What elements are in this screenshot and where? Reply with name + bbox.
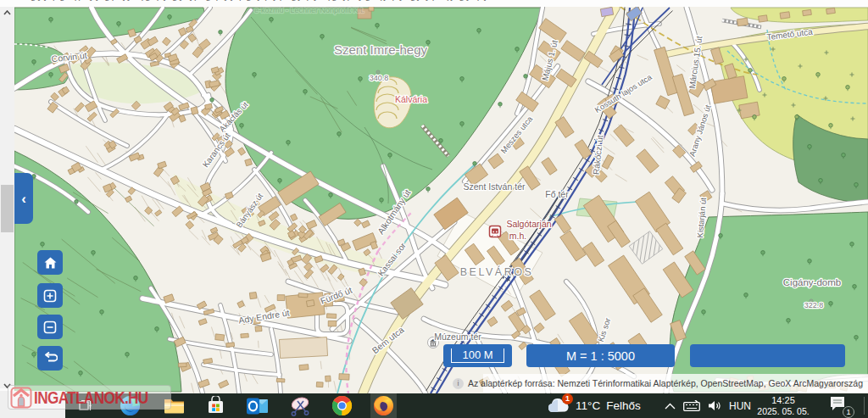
map-label: Fő tér xyxy=(545,189,569,199)
home-button[interactable] xyxy=(37,250,63,275)
chrome-icon xyxy=(331,395,353,416)
map-label: e-közmű - Lechner Nonprofit Kft. xyxy=(254,7,364,14)
taskbar-snipping-button[interactable] xyxy=(287,393,313,418)
taskbar-firefox-button-active[interactable] xyxy=(370,393,397,418)
snipping-tool-icon xyxy=(289,396,312,416)
touch-keyboard-icon[interactable] xyxy=(683,400,700,411)
map-ratio-button[interactable]: M = 1 : 5000 xyxy=(526,344,675,367)
railway-station-icon xyxy=(490,226,501,237)
show-desktop-strip[interactable] xyxy=(864,397,865,415)
map-label: m.h. xyxy=(509,231,526,241)
vertical-scrollbar[interactable] xyxy=(0,7,14,388)
zoom-out-icon xyxy=(43,320,57,334)
sidebar-collapse-button[interactable]: ‹ xyxy=(14,173,33,224)
map-svg: e-közmű - Lechner Nonprofit Kft.Corvin ú… xyxy=(14,7,868,393)
chevron-left-icon: ‹ xyxy=(21,192,26,206)
zoom-in-button[interactable] xyxy=(37,283,63,308)
map-label: Szent Imre-hegy xyxy=(334,42,428,57)
taskbar-store-button[interactable] xyxy=(203,393,227,418)
weather-temp: 11°C xyxy=(576,399,600,412)
clock-date: 2025. 05. 05. xyxy=(753,406,814,417)
undo-button[interactable] xyxy=(37,346,63,371)
zoom-in-icon xyxy=(43,289,57,303)
system-tray: HUN xyxy=(665,393,751,418)
taskbar-weather-widget[interactable]: 1 11°C Felhős xyxy=(548,393,641,418)
watermark-house-icon xyxy=(10,387,32,409)
ingatlanok-watermark: INGATLANOK.HU xyxy=(8,385,171,410)
map-label: Cigány-domb xyxy=(783,277,841,287)
map-label: Salgótarján xyxy=(506,219,551,229)
weather-condition: Felhős xyxy=(606,399,641,412)
scalebar-widget[interactable]: 100 M xyxy=(443,344,512,367)
map-label: Kálvária xyxy=(395,94,427,104)
undo-arrow-icon xyxy=(43,352,58,365)
tray-expand-chevron-icon[interactable] xyxy=(665,403,676,410)
zoom-out-button[interactable] xyxy=(37,315,63,339)
action-center-button[interactable]: 1 xyxy=(829,396,854,416)
firefox-icon xyxy=(373,395,394,416)
info-circle-icon: i xyxy=(453,378,464,389)
map-label: 340.8 xyxy=(370,74,389,82)
clock-time: 14:25 xyxy=(753,395,814,406)
screen: gyj pg qp yj gp jy qg pj gy jp gq yj pg … xyxy=(0,0,868,418)
weather-cloud-icon: 1 xyxy=(548,397,570,415)
outlook-icon xyxy=(246,396,270,416)
attribution-text: Az alaptérkép forrása: Nemzeti Térinform… xyxy=(468,378,863,388)
scalebar-label: 100 M xyxy=(462,348,492,361)
map-label: 322.8 xyxy=(804,301,824,309)
map-label: BELVÁROS xyxy=(460,265,533,278)
ms-store-icon xyxy=(206,396,225,415)
scrollbar-thumb[interactable] xyxy=(1,185,14,232)
map-attribution: i Az alaptérkép forrása: Nemzeti Térinfo… xyxy=(483,374,868,393)
map-label: Múzeum tér xyxy=(434,332,481,342)
volume-icon[interactable] xyxy=(708,400,721,411)
taskbar-chrome-button[interactable] xyxy=(330,393,353,418)
clipped-page-text-strip: gyj pg qp yj gp jy qg pj gy jp gq yj pg … xyxy=(0,0,868,7)
input-language[interactable]: HUN xyxy=(729,400,751,412)
home-icon xyxy=(44,257,57,269)
clipped-text: gyj pg qp yj gp jy qg pj gy jp gq yj pg … xyxy=(31,0,488,1)
weather-badge: 1 xyxy=(562,393,573,404)
action-center-badge: 1 xyxy=(843,406,854,418)
taskbar-clock[interactable]: 14:25 2025. 05. 05. xyxy=(753,393,814,418)
scroll-up-arrow-icon[interactable] xyxy=(0,7,14,19)
blank-map-button[interactable] xyxy=(690,344,845,367)
taskbar-outlook-button[interactable] xyxy=(244,393,271,418)
map-label: Szent István tér xyxy=(464,181,526,192)
watermark-text: INGATLANOK.HU xyxy=(34,387,148,408)
map-canvas[interactable]: e-közmű - Lechner Nonprofit Kft.Corvin ú… xyxy=(14,7,868,393)
